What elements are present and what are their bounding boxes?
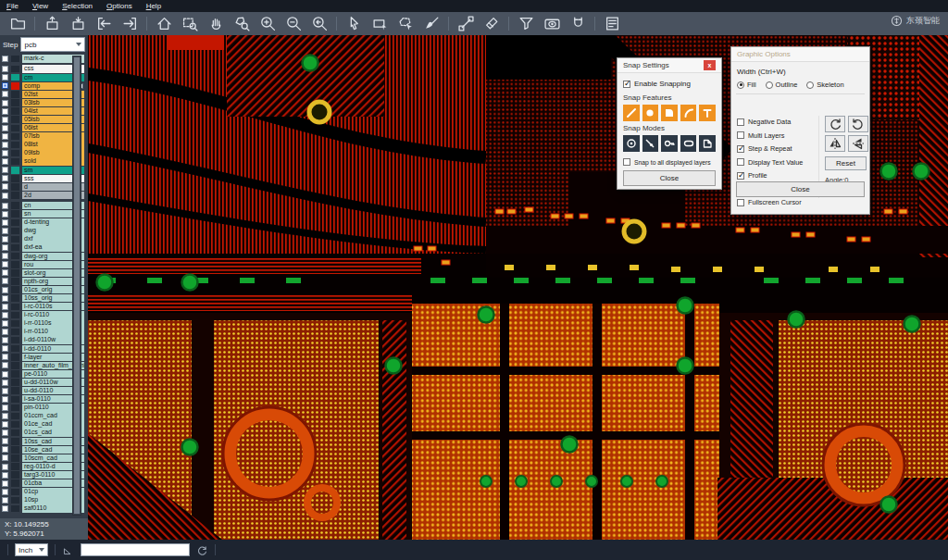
layer-color-swatch[interactable]	[11, 286, 19, 293]
layer-color-swatch[interactable]	[11, 91, 19, 98]
command-input[interactable]	[81, 543, 190, 556]
layer-visibility-checkbox[interactable]	[2, 117, 8, 123]
radio-icon[interactable]	[806, 81, 814, 89]
checkbox-icon[interactable]	[737, 131, 744, 139]
layer-visibility-checkbox[interactable]	[2, 312, 8, 318]
layer-color-swatch[interactable]	[11, 269, 19, 277]
rotate-cw-button[interactable]	[825, 116, 845, 132]
layer-visibility-checkbox[interactable]	[2, 183, 8, 190]
layer-color-swatch[interactable]	[11, 370, 19, 378]
layer-color-swatch[interactable]	[11, 320, 19, 328]
snap-mode-center-button[interactable]	[623, 135, 640, 152]
layer-color-swatch[interactable]	[11, 446, 19, 454]
graphic-dialog-titlebar[interactable]: Graphic Options	[731, 47, 869, 62]
layer-color-swatch[interactable]	[11, 421, 19, 429]
menu-view[interactable]: View	[32, 0, 48, 12]
flip-vertical-button[interactable]	[848, 135, 868, 152]
layer-visibility-checkbox[interactable]	[2, 142, 8, 148]
snap-all-layers-checkbox[interactable]: Snap to all displayed layers	[623, 158, 716, 166]
layer-list-scrollbar[interactable]	[72, 56, 81, 516]
snap-mode-profile-button[interactable]	[699, 135, 716, 152]
layer-visibility-checkbox[interactable]	[2, 193, 8, 199]
graphic-close-button[interactable]: Close	[736, 181, 865, 197]
select-arrow-button[interactable]	[341, 14, 367, 34]
layer-visibility-checkbox[interactable]	[2, 505, 8, 512]
notes-button[interactable]	[599, 14, 625, 34]
layer-visibility-checkbox[interactable]	[2, 413, 8, 419]
layer-color-swatch[interactable]	[11, 429, 19, 437]
layer-visibility-checkbox[interactable]	[2, 396, 8, 403]
checkbox-display-text-value[interactable]: Display Text Value	[737, 158, 815, 167]
layer-color-swatch[interactable]	[11, 404, 19, 412]
checkbox-fullscreen-cursor[interactable]: Fullscreen Cursor	[737, 198, 815, 206]
layer-visibility-checkbox[interactable]	[2, 91, 8, 97]
step-dropdown[interactable]: pcb	[20, 37, 85, 52]
layer-color-swatch[interactable]	[11, 167, 19, 174]
reset-button[interactable]: Reset	[825, 156, 867, 170]
menu-file[interactable]: File	[6, 0, 19, 12]
layer-visibility-checkbox[interactable]	[2, 438, 8, 444]
home-button[interactable]	[151, 14, 177, 34]
layer-visibility-checkbox[interactable]	[2, 480, 8, 487]
view-options-button[interactable]	[539, 14, 565, 34]
layer-visibility-checkbox[interactable]	[2, 66, 8, 72]
clear-button[interactable]	[479, 14, 505, 34]
layer-visibility-checkbox[interactable]	[2, 167, 8, 173]
layer-visibility-checkbox[interactable]	[2, 125, 8, 131]
checkbox-icon[interactable]	[623, 158, 630, 166]
zoom-window-button[interactable]	[177, 14, 203, 34]
checkbox-icon[interactable]	[737, 199, 744, 206]
layer-color-swatch[interactable]	[11, 337, 19, 344]
layer-color-swatch[interactable]	[11, 175, 19, 182]
layer-visibility-checkbox[interactable]	[2, 345, 8, 352]
checkbox-icon[interactable]	[737, 158, 744, 166]
radio-outline[interactable]: Outline	[766, 81, 798, 89]
layer-visibility-checkbox[interactable]	[2, 354, 8, 360]
layer-visibility-checkbox[interactable]	[2, 388, 8, 394]
checkbox-icon[interactable]	[623, 81, 630, 88]
layer-color-swatch[interactable]	[11, 354, 19, 361]
zoom-previous-button[interactable]	[306, 14, 332, 34]
snap-feature-pad-button[interactable]	[642, 105, 659, 121]
radio-skeleton[interactable]: Skeleton	[806, 81, 843, 89]
snap-dialog-titlebar[interactable]: Snap Settings x	[617, 58, 721, 73]
layer-visibility-checkbox[interactable]	[2, 211, 8, 218]
layer-visibility-checkbox[interactable]	[2, 337, 8, 343]
layer-color-swatch[interactable]	[11, 471, 19, 479]
layer-color-swatch[interactable]	[11, 74, 19, 81]
layer-color-swatch[interactable]	[11, 489, 19, 496]
layer-visibility-checkbox[interactable]	[2, 269, 8, 276]
layer-color-swatch[interactable]	[11, 438, 19, 445]
layer-color-swatch[interactable]	[11, 210, 19, 218]
layer-visibility-checkbox[interactable]	[2, 150, 8, 156]
layer-visibility-checkbox[interactable]	[2, 472, 8, 479]
layer-visibility-checkbox[interactable]	[2, 329, 8, 335]
layer-visibility-checkbox[interactable]	[2, 108, 8, 115]
layer-color-swatch[interactable]	[11, 192, 19, 199]
layer-color-swatch[interactable]	[11, 479, 19, 487]
layer-color-swatch[interactable]	[11, 362, 19, 369]
layer-visibility-checkbox[interactable]	[2, 287, 8, 293]
layer-color-swatch[interactable]	[11, 345, 19, 353]
layer-visibility-checkbox[interactable]	[2, 133, 8, 140]
layer-color-swatch[interactable]	[11, 278, 19, 285]
layer-color-swatch[interactable]	[11, 66, 19, 73]
save-down-button[interactable]	[65, 14, 91, 34]
checkbox-step-repeat[interactable]: Step & Repeat	[737, 144, 815, 153]
layer-visibility-checkbox[interactable]	[2, 446, 8, 453]
layer-visibility-checkbox[interactable]	[2, 158, 8, 165]
radio-icon[interactable]	[737, 81, 744, 89]
layer-color-swatch[interactable]	[11, 183, 19, 191]
select-polygon-button[interactable]	[393, 14, 418, 34]
layer-color-swatch[interactable]	[11, 228, 19, 235]
scrollbar-thumb[interactable]	[74, 57, 80, 514]
filter-button[interactable]	[513, 14, 539, 34]
pan-hand-button[interactable]	[203, 14, 229, 34]
open-folder-button[interactable]	[5, 14, 31, 34]
layer-visibility-checkbox[interactable]	[2, 278, 8, 284]
radio-fill[interactable]: Fill	[737, 81, 756, 89]
layer-color-swatch[interactable]	[11, 387, 19, 394]
layer-visibility-checkbox[interactable]	[2, 236, 8, 243]
layer-color-swatch[interactable]	[11, 304, 19, 311]
layer-color-swatch[interactable]	[11, 82, 19, 90]
